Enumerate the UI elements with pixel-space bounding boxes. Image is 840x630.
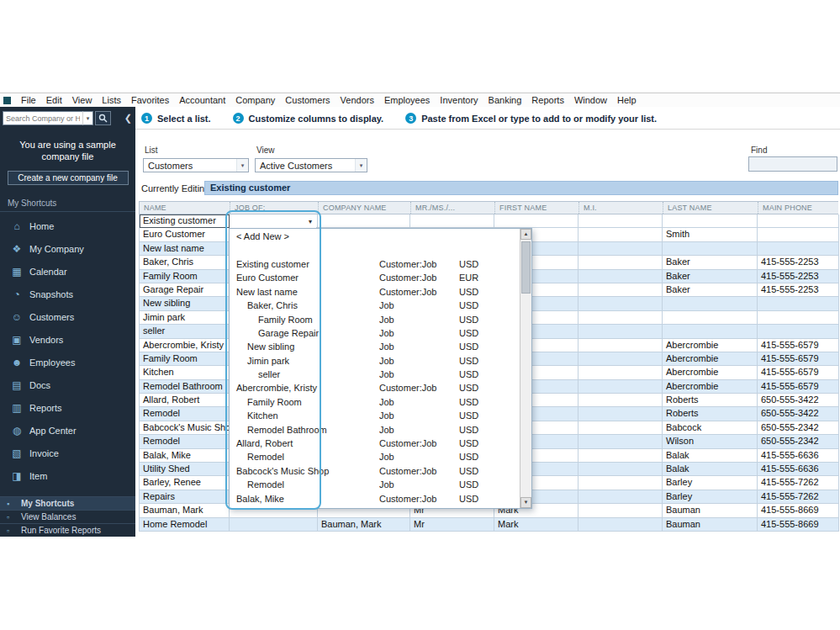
search-input[interactable] [3, 111, 82, 125]
cell-main-phone[interactable] [758, 242, 839, 256]
cell-name[interactable]: Existing customer [140, 214, 230, 228]
sidebar-item-invoice[interactable]: ▧Invoice [0, 442, 135, 465]
dropdown-item[interactable]: Jimin parkJobUSD [230, 354, 520, 368]
list-combobox[interactable]: Customers ▾ [143, 158, 249, 172]
cell-mi[interactable] [578, 463, 663, 476]
cell-name[interactable]: Remodel [140, 407, 230, 421]
cell-mi[interactable] [578, 407, 663, 421]
cell-last-name[interactable] [663, 311, 758, 325]
cell-mi[interactable] [578, 297, 663, 310]
cell-name[interactable]: Allard, Robert [140, 394, 230, 407]
sidebar-item-app-center[interactable]: ◍App Center [0, 420, 135, 442]
column-header-m-i[interactable]: M.I. [578, 202, 663, 214]
sidebar-footer-run-favorite-reports[interactable]: ▫Run Favorite Reports [0, 523, 135, 537]
menu-customers[interactable]: Customers [280, 95, 335, 105]
cell-last-name[interactable]: Abercrombie [663, 352, 758, 366]
cell-mi[interactable] [578, 256, 663, 269]
cell-name[interactable]: Barley, Renee [140, 476, 230, 490]
cell-mi[interactable] [578, 380, 663, 394]
cell-company-name[interactable]: Bauman, Mark [318, 518, 410, 532]
cell-main-phone[interactable]: 650-555-3422 [758, 394, 839, 407]
cell-main-phone[interactable]: 415-555-7262 [758, 490, 839, 504]
menu-help[interactable]: Help [612, 95, 642, 105]
cell-main-phone[interactable]: 415-555-8669 [758, 504, 839, 517]
dropdown-item[interactable]: Baker, ChrisJobUSD [230, 299, 520, 312]
cell-last-name[interactable]: Baker [663, 270, 758, 283]
sidebar-item-my-company[interactable]: ❖My Company [0, 238, 135, 261]
cell-last-name[interactable]: Roberts [663, 407, 758, 421]
cell-mi[interactable] [578, 242, 663, 256]
cell-last-name[interactable]: Wilson [663, 435, 758, 448]
dropdown-item[interactable]: RemodelJobUSD [230, 478, 520, 491]
dropdown-item[interactable]: sellerJobUSD [230, 368, 520, 381]
cell-last-name[interactable]: Bauman [663, 518, 758, 532]
menu-company[interactable]: Company [230, 95, 280, 105]
cell-name[interactable]: Family Room [140, 352, 230, 366]
cell-main-phone[interactable] [758, 297, 839, 310]
cell-first-name[interactable]: Mark [494, 518, 578, 532]
cell-name[interactable]: Utility Shed [140, 463, 230, 476]
cell-main-phone[interactable]: 415-555-2253 [758, 270, 839, 283]
scroll-down-icon[interactable]: ▼ [520, 497, 531, 508]
cell-last-name[interactable]: Balak [663, 449, 758, 463]
cell-main-phone[interactable]: 650-555-2342 [758, 435, 839, 448]
cell-main-phone[interactable] [758, 228, 839, 241]
column-header-main-phone[interactable]: MAIN PHONE [758, 202, 839, 214]
dropdown-item[interactable]: Existing customerCustomer:JobUSD [230, 257, 520, 271]
cell-mr-ms[interactable] [410, 214, 494, 228]
cell-mi[interactable] [578, 311, 663, 325]
cell-name[interactable]: Abercrombie, Kristy [140, 339, 230, 352]
cell-mi[interactable] [578, 352, 663, 366]
dropdown-item[interactable]: KitchenJobUSD [230, 409, 520, 422]
cell-main-phone[interactable] [758, 325, 839, 338]
cell-mi[interactable] [578, 270, 663, 283]
sidebar-item-vendors[interactable]: ▣Vendors [0, 329, 135, 352]
cell-job-of[interactable] [230, 518, 318, 532]
cell-name[interactable]: Remodel Bathroom [140, 380, 230, 394]
cell-mi[interactable] [578, 325, 663, 338]
sidebar-item-docs[interactable]: ▤Docs [0, 374, 135, 397]
cell-main-phone[interactable] [758, 311, 839, 325]
sidebar-item-home[interactable]: ⌂Home [0, 215, 135, 238]
column-header-name[interactable]: NAME [140, 202, 230, 214]
cell-main-phone[interactable]: 415-555-6579 [758, 380, 839, 394]
menu-file[interactable]: File [16, 95, 41, 105]
cell-main-phone[interactable]: 415-555-6579 [758, 366, 839, 379]
sidebar-item-snapshots[interactable]: ◔Snapshots [0, 283, 135, 306]
cell-name[interactable]: Euro Customer [140, 228, 230, 241]
cell-name[interactable]: seller [140, 325, 230, 338]
cell-last-name[interactable] [663, 242, 758, 256]
cell-main-phone[interactable]: 415-555-6579 [758, 352, 839, 366]
create-company-file-button[interactable]: Create a new company file [8, 171, 129, 185]
search-scope-dropdown[interactable]: ▾ [82, 111, 93, 125]
menu-banking[interactable]: Banking [483, 95, 527, 105]
dropdown-item[interactable]: Family RoomJobUSD [230, 395, 520, 409]
sidebar-footer-view-balances[interactable]: ▫View Balances [0, 510, 135, 523]
sidebar-item-item[interactable]: ◨Item [0, 465, 135, 488]
cell-main-phone[interactable]: 650-555-3422 [758, 407, 839, 421]
cell-main-phone[interactable]: 415-555-6636 [758, 463, 839, 476]
dropdown-item[interactable]: New last nameCustomer:JobUSD [230, 285, 520, 299]
cell-last-name[interactable]: Roberts [663, 394, 758, 407]
cell-name[interactable]: Home Remodel [140, 518, 230, 532]
dropdown-item[interactable]: Allard, RobertCustomer:JobUSD [230, 437, 520, 450]
cell-name[interactable]: Repairs [140, 490, 230, 504]
cell-mi[interactable] [578, 490, 663, 504]
job-of-combobox[interactable]: ▾ [230, 215, 316, 228]
cell-mi[interactable] [578, 421, 663, 435]
dropdown-item-add-new[interactable]: < Add New > [230, 230, 520, 243]
menu-reports[interactable]: Reports [526, 95, 569, 105]
cell-mi[interactable] [578, 283, 663, 297]
menu-edit[interactable]: Edit [41, 95, 67, 105]
cell-last-name[interactable]: Smith [663, 228, 758, 241]
cell-main-phone[interactable] [758, 214, 839, 228]
cell-main-phone[interactable]: 415-555-8669 [758, 518, 839, 532]
cell-main-phone[interactable]: 415-555-2253 [758, 256, 839, 269]
cell-mi[interactable] [578, 214, 663, 228]
dropdown-item[interactable]: Babcock's Music ShopCustomer:JobUSD [230, 464, 520, 478]
cell-last-name[interactable] [663, 214, 758, 228]
menu-window[interactable]: Window [569, 95, 612, 105]
cell-mi[interactable] [578, 518, 663, 532]
cell-last-name[interactable]: Barley [663, 476, 758, 490]
cell-name[interactable]: Kitchen [140, 366, 230, 379]
